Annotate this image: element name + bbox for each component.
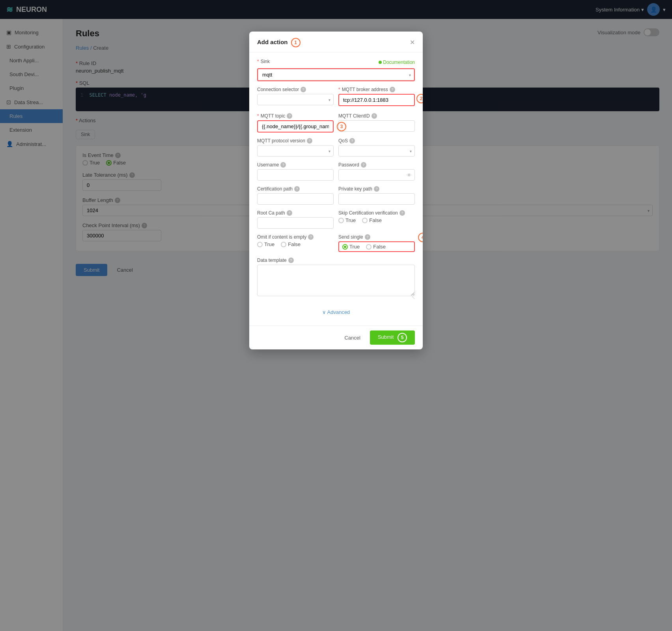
data-template-field: Data template ? ⤡ — [257, 258, 415, 300]
send-single-radio-group: True False — [338, 241, 415, 252]
sink-select[interactable]: mqtt — [258, 69, 414, 80]
password-visibility-icon[interactable]: 👁 — [407, 172, 412, 178]
modal-close-button[interactable]: ✕ — [410, 39, 415, 46]
omit-empty-true-option[interactable]: True — [257, 241, 274, 247]
omit-empty-false-option[interactable]: False — [281, 241, 301, 247]
modal-qos-select-wrapper: ▾ — [338, 145, 415, 157]
mqtt-clientid-field: MQTT ClientID ? — [338, 113, 415, 133]
modal-submit-button[interactable]: Submit 5 — [370, 330, 415, 345]
modal-footer: Cancel Submit 5 — [249, 325, 423, 349]
skip-cert-true-radio[interactable] — [338, 218, 344, 223]
send-single-false-option[interactable]: False — [366, 244, 386, 250]
modal-qos-field: QoS ? ▾ — [338, 138, 415, 157]
skip-cert-true-label: True — [345, 217, 356, 223]
protocol-qos-row: MQTT protocol version ? ▾ QoS ? — [257, 138, 415, 162]
step-1-indicator: 1 — [291, 38, 301, 47]
skip-cert-field: Skip Certification verification ? True F… — [338, 210, 415, 229]
sink-field: * Sink Documentation mqtt ▾ — [257, 59, 415, 81]
data-template-help-icon[interactable]: ? — [288, 258, 294, 263]
cert-path-field: Certification path ? — [257, 186, 334, 205]
mqtt-clientid-label: MQTT ClientID ? — [338, 113, 415, 119]
cert-key-row: Certification path ? Private key path ? — [257, 186, 415, 210]
send-single-true-radio[interactable] — [342, 244, 348, 250]
omit-empty-radio-group: True False — [257, 241, 334, 247]
omit-empty-true-radio[interactable] — [257, 242, 263, 247]
omit-empty-field: Omit if content is empty ? True False — [257, 234, 334, 252]
send-single-false-radio[interactable] — [366, 244, 371, 250]
mqtt-protocol-select[interactable] — [257, 145, 334, 157]
password-help-icon[interactable]: ? — [361, 162, 366, 168]
connection-selector-help-icon[interactable]: ? — [301, 87, 306, 92]
root-ca-field: Root Ca path ? — [257, 210, 334, 229]
send-single-field: Send single ? 4 True False — [338, 234, 415, 252]
connection-selector-label: Connection selector ? — [257, 87, 334, 92]
modal-backdrop: Add action 1 ✕ * Sink Documentation — [0, 0, 672, 631]
doc-link[interactable]: Documentation — [379, 60, 415, 65]
password-wrapper: 👁 — [338, 169, 415, 181]
data-template-textarea[interactable] — [257, 265, 415, 296]
private-key-label: Private key path ? — [338, 186, 415, 192]
skip-cert-true-option[interactable]: True — [338, 217, 356, 223]
omit-empty-help-icon[interactable]: ? — [308, 234, 314, 240]
advanced-chevron-icon: ∨ — [322, 309, 326, 315]
send-single-true-option[interactable]: True — [342, 244, 360, 250]
mqtt-broker-field: * MQTT broker address ? 2 — [338, 87, 415, 106]
mqtt-broker-help-icon[interactable]: ? — [390, 87, 395, 92]
send-single-true-label: True — [349, 244, 360, 250]
step-5-indicator: 5 — [398, 333, 407, 342]
add-action-modal: Add action 1 ✕ * Sink Documentation — [249, 32, 423, 349]
root-ca-input[interactable] — [257, 217, 334, 229]
conn-broker-row: Connection selector ? ▾ * MQTT broker ad… — [257, 87, 415, 112]
send-single-help-icon[interactable]: ? — [365, 234, 370, 240]
mqtt-topic-help-icon[interactable]: ? — [287, 113, 292, 119]
cert-path-help-icon[interactable]: ? — [294, 186, 300, 192]
sink-row: * Sink Documentation — [257, 59, 415, 66]
mqtt-protocol-label: MQTT protocol version ? — [257, 138, 334, 144]
mqtt-broker-input[interactable] — [338, 94, 415, 106]
textarea-resize-hint: ⤡ — [257, 296, 415, 300]
username-input[interactable] — [257, 169, 334, 181]
modal-title: Add action 1 — [257, 38, 301, 47]
cert-path-input[interactable] — [257, 193, 334, 205]
omit-empty-false-radio[interactable] — [281, 242, 286, 247]
doc-link-label: Documentation — [383, 60, 415, 65]
username-help-icon[interactable]: ? — [280, 162, 286, 168]
connection-selector-wrapper: ▾ — [257, 94, 334, 105]
mqtt-clientid-help-icon[interactable]: ? — [371, 113, 377, 119]
skip-cert-false-label: False — [369, 217, 382, 223]
connection-selector-select[interactable] — [257, 94, 334, 105]
omit-sendsingle-row: Omit if content is empty ? True False — [257, 234, 415, 258]
mqtt-topic-label: * MQTT topic ? — [257, 113, 334, 119]
mqtt-topic-field: * MQTT topic ? 3 — [257, 113, 334, 133]
connection-selector-field: Connection selector ? ▾ — [257, 87, 334, 106]
private-key-input[interactable] — [338, 193, 415, 205]
username-label: Username ? — [257, 162, 334, 168]
skip-cert-help-icon[interactable]: ? — [399, 210, 405, 216]
mqtt-protocol-field: MQTT protocol version ? ▾ — [257, 138, 334, 157]
modal-qos-select[interactable] — [338, 145, 415, 157]
protocol-select-wrapper: ▾ — [257, 145, 334, 157]
cert-path-label: Certification path ? — [257, 186, 334, 192]
mqtt-broker-label: * MQTT broker address ? — [338, 87, 415, 92]
rootca-skipcert-row: Root Ca path ? Skip Certification verifi… — [257, 210, 415, 234]
modal-qos-help-icon[interactable]: ? — [349, 138, 355, 144]
mqtt-protocol-help-icon[interactable]: ? — [307, 138, 312, 144]
username-field: Username ? — [257, 162, 334, 181]
advanced-toggle[interactable]: ∨ Advanced — [257, 305, 415, 319]
skip-cert-label: Skip Certification verification ? — [338, 210, 415, 216]
data-template-label: Data template ? — [257, 258, 415, 263]
step-4-indicator: 4 — [418, 233, 423, 242]
private-key-help-icon[interactable]: ? — [374, 186, 379, 192]
skip-cert-false-option[interactable]: False — [362, 217, 382, 223]
mqtt-clientid-input[interactable] — [338, 120, 415, 132]
root-ca-help-icon[interactable]: ? — [287, 210, 292, 216]
modal-body: * Sink Documentation mqtt ▾ — [249, 52, 423, 325]
modal-cancel-button[interactable]: Cancel — [340, 332, 365, 343]
skip-cert-false-radio[interactable] — [362, 218, 368, 223]
modal-qos-label: QoS ? — [338, 138, 415, 144]
root-ca-label: Root Ca path ? — [257, 210, 334, 216]
modal-header: Add action 1 ✕ — [249, 32, 423, 52]
password-input[interactable] — [338, 169, 415, 181]
mqtt-topic-input[interactable] — [257, 120, 334, 133]
topic-clientid-row: * MQTT topic ? 3 MQTT ClientID ? — [257, 113, 415, 138]
